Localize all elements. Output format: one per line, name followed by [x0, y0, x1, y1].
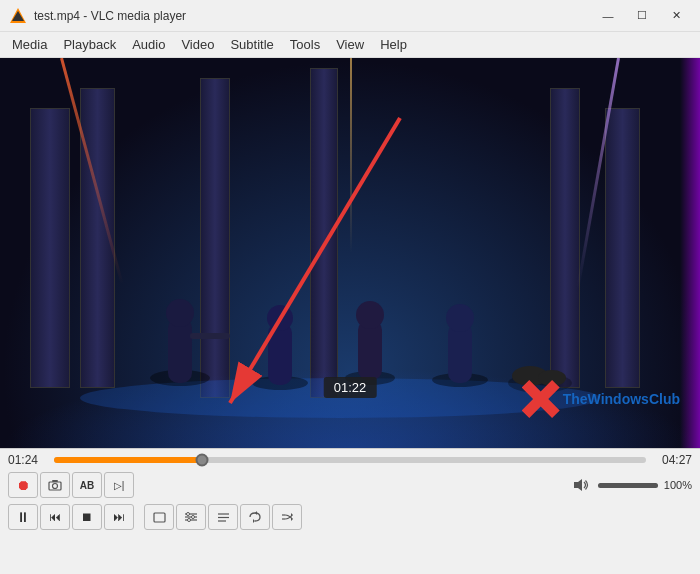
titlebar-buttons: — ☐ ✕: [592, 3, 692, 29]
watermark: TheWindowsClub: [522, 380, 680, 418]
red-arrow: [200, 108, 420, 428]
svg-point-30: [187, 513, 190, 516]
progress-thumb[interactable]: [196, 454, 209, 467]
svg-marker-25: [574, 479, 582, 491]
window-title: test.mp4 - VLC media player: [34, 9, 592, 23]
next-button[interactable]: ⏭: [104, 504, 134, 530]
ext-settings-button[interactable]: [176, 504, 206, 530]
menu-help[interactable]: Help: [372, 34, 415, 55]
watermark-x-icon: [522, 380, 560, 418]
svg-rect-2: [13, 21, 23, 23]
play-pause-button[interactable]: ⏸: [8, 504, 38, 530]
playlist-button[interactable]: [208, 504, 238, 530]
watermark-text: TheWindowsClub: [563, 391, 680, 408]
controls-row2: ⏸ ⏮ ⏹ ⏭: [0, 502, 700, 535]
volume-label: 100%: [664, 479, 692, 491]
svg-point-32: [188, 519, 191, 522]
video-area[interactable]: 01:22 TheWindowsClub: [0, 58, 700, 448]
svg-marker-41: [291, 517, 293, 521]
random-button[interactable]: [272, 504, 302, 530]
svg-marker-36: [253, 519, 255, 523]
menu-video[interactable]: Video: [173, 34, 222, 55]
volume-slider[interactable]: [598, 483, 658, 488]
vlc-icon: [8, 6, 28, 26]
time-total: 04:27: [654, 453, 692, 467]
svg-marker-40: [291, 513, 293, 517]
volume-fill: [598, 483, 658, 488]
svg-point-31: [192, 516, 195, 519]
svg-point-23: [53, 484, 58, 489]
menu-subtitle[interactable]: Subtitle: [222, 34, 281, 55]
progress-fill: [54, 457, 202, 463]
title-bar: test.mp4 - VLC media player — ☐ ✕: [0, 0, 700, 32]
svg-line-21: [230, 118, 400, 403]
stop-button[interactable]: ⏹: [72, 504, 102, 530]
loop-button[interactable]: [240, 504, 270, 530]
minimize-button[interactable]: —: [592, 3, 624, 29]
svg-rect-24: [52, 480, 58, 482]
menu-playback[interactable]: Playback: [55, 34, 124, 55]
fullscreen-button[interactable]: [144, 504, 174, 530]
record-button[interactable]: ⏺: [8, 472, 38, 498]
progress-track[interactable]: [54, 457, 646, 463]
frame-next-button[interactable]: ▷|: [104, 472, 134, 498]
menu-bar: Media Playback Audio Video Subtitle Tool…: [0, 32, 700, 58]
menu-media[interactable]: Media: [4, 34, 55, 55]
progress-area: 01:24 04:27: [0, 448, 700, 469]
snapshot-button[interactable]: [40, 472, 70, 498]
svg-point-16: [446, 304, 474, 332]
menu-tools[interactable]: Tools: [282, 34, 328, 55]
svg-marker-37: [255, 511, 257, 515]
volume-icon: [572, 477, 590, 493]
close-button[interactable]: ✕: [660, 3, 692, 29]
svg-rect-26: [154, 513, 165, 522]
maximize-button[interactable]: ☐: [626, 3, 658, 29]
menu-view[interactable]: View: [328, 34, 372, 55]
svg-point-6: [166, 299, 194, 327]
prev-button[interactable]: ⏮: [40, 504, 70, 530]
controls-row1: ⏺ AB ▷| 100%: [0, 469, 700, 502]
ab-loop-button[interactable]: AB: [72, 472, 102, 498]
menu-audio[interactable]: Audio: [124, 34, 173, 55]
time-current: 01:24: [8, 453, 46, 467]
time-tooltip: 01:22: [324, 377, 377, 398]
svg-rect-5: [168, 318, 192, 383]
